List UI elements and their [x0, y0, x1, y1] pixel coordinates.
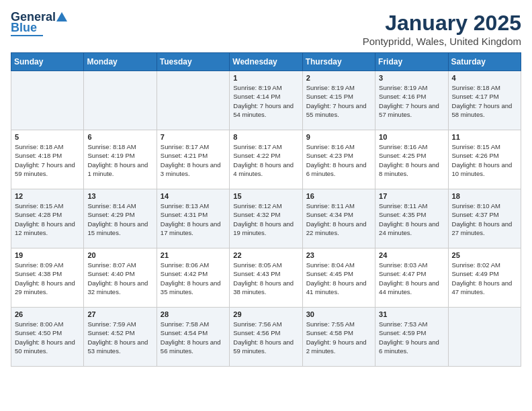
calendar-cell: 24Sunrise: 8:03 AM Sunset: 4:47 PM Dayli… — [375, 248, 448, 308]
cell-sun-info: Sunrise: 8:03 AM Sunset: 4:47 PM Dayligh… — [379, 261, 444, 296]
calendar-cell: 14Sunrise: 8:13 AM Sunset: 4:31 PM Dayli… — [157, 189, 229, 248]
weekday-header-sunday: Sunday — [11, 53, 84, 71]
day-number: 28 — [161, 310, 226, 318]
weekday-header-row: SundayMondayTuesdayWednesdayThursdayFrid… — [11, 53, 521, 71]
calendar-week-row: 5Sunrise: 8:18 AM Sunset: 4:18 PM Daylig… — [11, 130, 521, 189]
day-number: 4 — [452, 74, 517, 82]
calendar-cell: 30Sunrise: 7:55 AM Sunset: 4:58 PM Dayli… — [302, 308, 375, 367]
cell-sun-info: Sunrise: 7:55 AM Sunset: 4:58 PM Dayligh… — [306, 320, 371, 355]
cell-sun-info: Sunrise: 8:12 AM Sunset: 4:32 PM Dayligh… — [233, 201, 298, 237]
cell-sun-info: Sunrise: 7:53 AM Sunset: 4:59 PM Dayligh… — [379, 320, 444, 355]
cell-sun-info: Sunrise: 8:13 AM Sunset: 4:31 PM Dayligh… — [161, 201, 226, 237]
cell-sun-info: Sunrise: 7:56 AM Sunset: 4:56 PM Dayligh… — [233, 320, 298, 355]
cell-sun-info: Sunrise: 8:14 AM Sunset: 4:29 PM Dayligh… — [87, 201, 152, 237]
cell-sun-info: Sunrise: 8:11 AM Sunset: 4:34 PM Dayligh… — [306, 201, 371, 237]
day-number: 29 — [233, 310, 298, 318]
day-number: 27 — [87, 310, 152, 318]
day-number: 3 — [379, 74, 444, 82]
month-title: January 2025 — [363, 11, 521, 36]
day-number: 12 — [15, 192, 80, 200]
location-title: Pontypridd, Wales, United Kingdom — [363, 36, 521, 47]
day-number: 19 — [15, 251, 80, 259]
calendar-cell: 23Sunrise: 8:04 AM Sunset: 4:45 PM Dayli… — [302, 248, 375, 308]
calendar-cell: 17Sunrise: 8:11 AM Sunset: 4:35 PM Dayli… — [375, 189, 448, 248]
cell-sun-info: Sunrise: 8:09 AM Sunset: 4:38 PM Dayligh… — [15, 261, 80, 296]
weekday-header-friday: Friday — [375, 53, 448, 71]
cell-sun-info: Sunrise: 8:17 AM Sunset: 4:22 PM Dayligh… — [233, 142, 298, 178]
cell-sun-info: Sunrise: 8:19 AM Sunset: 4:16 PM Dayligh… — [379, 83, 444, 119]
cell-sun-info: Sunrise: 8:15 AM Sunset: 4:26 PM Dayligh… — [452, 142, 517, 178]
calendar-cell: 8Sunrise: 8:17 AM Sunset: 4:22 PM Daylig… — [230, 130, 302, 189]
calendar-cell: 26Sunrise: 8:00 AM Sunset: 4:50 PM Dayli… — [11, 308, 84, 367]
calendar-cell: 15Sunrise: 8:12 AM Sunset: 4:32 PM Dayli… — [230, 189, 302, 248]
weekday-header-thursday: Thursday — [302, 53, 375, 71]
day-number: 31 — [379, 310, 444, 318]
cell-sun-info: Sunrise: 8:19 AM Sunset: 4:14 PM Dayligh… — [233, 83, 298, 119]
calendar-cell: 16Sunrise: 8:11 AM Sunset: 4:34 PM Dayli… — [302, 189, 375, 248]
calendar-cell: 3Sunrise: 8:19 AM Sunset: 4:16 PM Daylig… — [375, 71, 448, 130]
day-number: 14 — [161, 192, 226, 200]
cell-sun-info: Sunrise: 8:16 AM Sunset: 4:23 PM Dayligh… — [306, 142, 371, 178]
calendar-cell: 6Sunrise: 8:18 AM Sunset: 4:19 PM Daylig… — [84, 130, 157, 189]
svg-marker-0 — [56, 12, 67, 21]
day-number: 8 — [233, 133, 298, 141]
calendar-cell — [84, 71, 157, 130]
cell-sun-info: Sunrise: 8:17 AM Sunset: 4:21 PM Dayligh… — [161, 142, 226, 178]
calendar-week-row: 12Sunrise: 8:15 AM Sunset: 4:28 PM Dayli… — [11, 189, 521, 248]
calendar-cell: 28Sunrise: 7:58 AM Sunset: 4:54 PM Dayli… — [157, 308, 229, 367]
calendar-cell: 12Sunrise: 8:15 AM Sunset: 4:28 PM Dayli… — [11, 189, 84, 248]
calendar-cell: 2Sunrise: 8:19 AM Sunset: 4:15 PM Daylig… — [302, 71, 375, 130]
calendar-table: SundayMondayTuesdayWednesdayThursdayFrid… — [11, 52, 521, 367]
day-number: 1 — [233, 74, 298, 82]
day-number: 22 — [233, 251, 298, 259]
logo-blue-text: Blue — [11, 21, 37, 34]
cell-sun-info: Sunrise: 8:04 AM Sunset: 4:45 PM Dayligh… — [306, 261, 371, 296]
calendar-cell — [11, 71, 84, 130]
day-number: 6 — [87, 133, 152, 141]
calendar-cell: 31Sunrise: 7:53 AM Sunset: 4:59 PM Dayli… — [375, 308, 448, 367]
weekday-header-wednesday: Wednesday — [230, 53, 302, 71]
day-number: 18 — [452, 192, 517, 200]
calendar-cell: 11Sunrise: 8:15 AM Sunset: 4:26 PM Dayli… — [448, 130, 521, 189]
day-number: 5 — [15, 133, 80, 141]
cell-sun-info: Sunrise: 8:15 AM Sunset: 4:28 PM Dayligh… — [15, 201, 80, 237]
day-number: 7 — [161, 133, 226, 141]
cell-sun-info: Sunrise: 7:58 AM Sunset: 4:54 PM Dayligh… — [161, 320, 226, 355]
day-number: 10 — [379, 133, 444, 141]
calendar-cell: 21Sunrise: 8:06 AM Sunset: 4:42 PM Dayli… — [157, 248, 229, 308]
cell-sun-info: Sunrise: 7:59 AM Sunset: 4:52 PM Dayligh… — [87, 320, 152, 355]
logo-icon — [56, 11, 68, 23]
logo-line — [11, 35, 43, 36]
calendar-cell: 4Sunrise: 8:18 AM Sunset: 4:17 PM Daylig… — [448, 71, 521, 130]
day-number: 17 — [379, 192, 444, 200]
day-number: 24 — [379, 251, 444, 259]
day-number: 20 — [87, 251, 152, 259]
cell-sun-info: Sunrise: 8:18 AM Sunset: 4:17 PM Dayligh… — [452, 83, 517, 119]
cell-sun-info: Sunrise: 8:02 AM Sunset: 4:49 PM Dayligh… — [452, 261, 517, 296]
calendar-cell: 19Sunrise: 8:09 AM Sunset: 4:38 PM Dayli… — [11, 248, 84, 308]
day-number: 2 — [306, 74, 371, 82]
calendar-cell: 5Sunrise: 8:18 AM Sunset: 4:18 PM Daylig… — [11, 130, 84, 189]
calendar-cell: 7Sunrise: 8:17 AM Sunset: 4:21 PM Daylig… — [157, 130, 229, 189]
day-number: 23 — [306, 251, 371, 259]
calendar-cell — [157, 71, 229, 130]
day-number: 21 — [161, 251, 226, 259]
calendar-cell — [448, 308, 521, 367]
calendar-cell: 18Sunrise: 8:10 AM Sunset: 4:37 PM Dayli… — [448, 189, 521, 248]
cell-sun-info: Sunrise: 8:00 AM Sunset: 4:50 PM Dayligh… — [15, 320, 80, 355]
calendar-week-row: 26Sunrise: 8:00 AM Sunset: 4:50 PM Dayli… — [11, 308, 521, 367]
calendar-cell: 20Sunrise: 8:07 AM Sunset: 4:40 PM Dayli… — [84, 248, 157, 308]
day-number: 26 — [15, 310, 80, 318]
weekday-header-saturday: Saturday — [448, 53, 521, 71]
cell-sun-info: Sunrise: 8:16 AM Sunset: 4:25 PM Dayligh… — [379, 142, 444, 178]
day-number: 16 — [306, 192, 371, 200]
cell-sun-info: Sunrise: 8:07 AM Sunset: 4:40 PM Dayligh… — [87, 261, 152, 296]
day-number: 15 — [233, 192, 298, 200]
title-area: January 2025 Pontypridd, Wales, United K… — [363, 11, 521, 47]
calendar-cell: 13Sunrise: 8:14 AM Sunset: 4:29 PM Dayli… — [84, 189, 157, 248]
cell-sun-info: Sunrise: 8:18 AM Sunset: 4:18 PM Dayligh… — [15, 142, 80, 178]
page-header: General Blue January 2025 Pontypridd, Wa… — [11, 11, 521, 47]
day-number: 13 — [87, 192, 152, 200]
weekday-header-monday: Monday — [84, 53, 157, 71]
day-number: 30 — [306, 310, 371, 318]
